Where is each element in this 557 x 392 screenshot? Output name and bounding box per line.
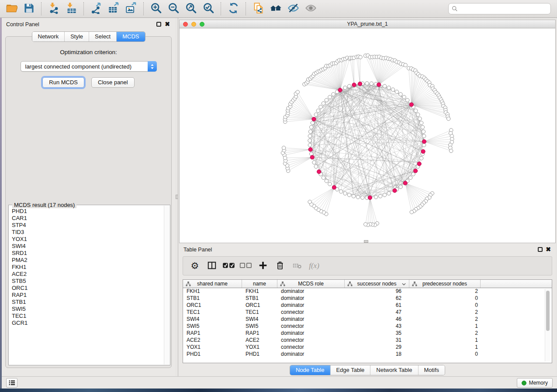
zoom-out-button[interactable] xyxy=(166,1,181,16)
table-tab-node-table[interactable]: Node Table xyxy=(290,365,330,375)
first-neighbors-button[interactable] xyxy=(268,1,284,16)
cell-name[interactable]: ACE2 xyxy=(242,337,277,344)
clone-network-button[interactable] xyxy=(250,1,266,16)
cell-predecessor-nodes[interactable]: 1 xyxy=(409,344,481,351)
column-header-shared-name[interactable]: shared name xyxy=(183,280,242,288)
cell-MCDS-role[interactable]: connector xyxy=(277,309,345,316)
deselect-all-checkboxes-button[interactable] xyxy=(239,259,253,272)
cell-successor-nodes[interactable]: 46 xyxy=(345,316,409,323)
cell-name[interactable]: ORC1 xyxy=(242,302,277,309)
import-table-button[interactable] xyxy=(63,1,79,16)
cell-shared-name[interactable]: FKH1 xyxy=(183,288,242,295)
zoom-in-button[interactable] xyxy=(148,1,164,16)
zoom-selected-button[interactable] xyxy=(201,1,216,16)
horizontal-splitter-grip[interactable] xyxy=(364,240,368,243)
cell-shared-name[interactable]: SWI4 xyxy=(183,316,242,323)
column-header-name[interactable]: name xyxy=(242,280,277,288)
cell-MCDS-role[interactable]: connector xyxy=(277,344,345,351)
export-image-button[interactable] xyxy=(123,1,139,16)
cell-predecessor-nodes[interactable]: 0 xyxy=(409,351,481,358)
hide-selected-button[interactable] xyxy=(285,1,301,16)
tab-style[interactable]: Style xyxy=(64,32,89,41)
settings-gear-button[interactable]: ⚙ xyxy=(188,259,201,272)
column-layout-button[interactable] xyxy=(205,259,218,272)
show-all-button[interactable] xyxy=(303,1,318,16)
search-input[interactable] xyxy=(448,3,551,14)
table-row-RAP1[interactable]: RAP1RAP1dominator352 xyxy=(183,330,552,337)
memory-button[interactable]: Memory xyxy=(517,378,553,388)
cell-shared-name[interactable]: RAP1 xyxy=(183,330,242,337)
task-history-button[interactable] xyxy=(6,378,17,388)
table-row-PHD1[interactable]: PHD1PHD1dominator180 xyxy=(183,351,552,358)
column-header-MCDS-role[interactable]: MCDS role xyxy=(277,280,345,288)
float-table-panel-icon[interactable] xyxy=(538,247,543,252)
cell-name[interactable]: SWI5 xyxy=(242,323,277,330)
vertical-splitter[interactable] xyxy=(175,18,179,376)
cell-shared-name[interactable]: YOX1 xyxy=(183,344,242,351)
cell-predecessor-nodes[interactable]: 0 xyxy=(409,295,481,302)
cell-successor-nodes[interactable]: 61 xyxy=(345,302,409,309)
table-row-SWI4[interactable]: SWI4SWI4dominator462 xyxy=(183,316,552,323)
cell-name[interactable]: FKH1 xyxy=(242,288,277,295)
cell-name[interactable]: RAP1 xyxy=(242,330,277,337)
table-row-YOX1[interactable]: YOX1YOX1connector291 xyxy=(183,344,552,351)
column-header-successor-nodes[interactable]: successor nodes xyxy=(345,280,409,288)
cell-predecessor-nodes[interactable]: 2 xyxy=(409,288,481,295)
add-button[interactable] xyxy=(256,259,270,272)
tab-network[interactable]: Network xyxy=(32,32,64,41)
cell-MCDS-role[interactable]: connector xyxy=(277,323,345,330)
mcds-list-scrollbar[interactable] xyxy=(164,206,170,364)
close-table-panel-icon[interactable]: ✖ xyxy=(546,246,551,253)
cell-MCDS-role[interactable]: dominator xyxy=(277,302,345,309)
tab-select[interactable]: Select xyxy=(89,32,116,41)
open-session-button[interactable] xyxy=(3,1,19,16)
table-tab-edge-table[interactable]: Edge Table xyxy=(330,365,370,375)
cell-name[interactable]: PHD1 xyxy=(242,351,277,358)
tab-mcds[interactable]: MCDS xyxy=(116,32,145,41)
criterion-dropdown[interactable]: largest connected component (undirected) xyxy=(21,61,157,72)
cell-successor-nodes[interactable]: 96 xyxy=(345,288,409,295)
cell-name[interactable]: STB1 xyxy=(242,295,277,302)
cell-shared-name[interactable]: ACE2 xyxy=(183,337,242,344)
close-panel-button[interactable]: Close panel xyxy=(91,77,135,88)
cell-shared-name[interactable]: SWI5 xyxy=(183,323,242,330)
save-session-button[interactable] xyxy=(21,1,37,16)
close-panel-icon[interactable]: ✖ xyxy=(165,21,170,28)
select-all-checkboxes-button[interactable] xyxy=(222,259,235,272)
table-scrollbar-thumb[interactable] xyxy=(546,291,550,331)
cell-predecessor-nodes[interactable]: 2 xyxy=(409,316,481,323)
cell-name[interactable]: TEC1 xyxy=(242,309,277,316)
cell-predecessor-nodes[interactable]: 2 xyxy=(409,309,481,316)
table-row-STB1[interactable]: STB1STB1dominator620 xyxy=(183,295,552,302)
mcds-result-list[interactable]: PHD1CAR1STP4TID3YOX1SWI4SRD1PMA2FKH1ACE2… xyxy=(9,206,164,364)
table-tab-network-table[interactable]: Network Table xyxy=(370,365,418,375)
table-scrollbar[interactable] xyxy=(545,289,550,361)
cell-shared-name[interactable]: STB1 xyxy=(183,295,242,302)
float-window-icon[interactable] xyxy=(156,22,161,27)
table-tab-motifs[interactable]: Motifs xyxy=(418,365,445,375)
cell-name[interactable]: YOX1 xyxy=(242,344,277,351)
table-row-FKH1[interactable]: FKH1FKH1dominator962 xyxy=(183,288,552,295)
delete-button[interactable] xyxy=(273,259,287,272)
table-row-TEC1[interactable]: TEC1TEC1connector472 xyxy=(183,309,552,316)
table-row-ORC1[interactable]: ORC1ORC1dominator610 xyxy=(183,302,552,309)
refresh-button[interactable] xyxy=(225,1,241,16)
cell-successor-nodes[interactable]: 31 xyxy=(345,337,409,344)
cell-predecessor-nodes[interactable]: 1 xyxy=(409,337,481,344)
run-mcds-button[interactable]: Run MCDS xyxy=(42,77,84,88)
network-canvas[interactable] xyxy=(180,28,555,243)
cell-successor-nodes[interactable]: 29 xyxy=(345,344,409,351)
export-table-button[interactable] xyxy=(106,1,121,16)
cell-successor-nodes[interactable]: 35 xyxy=(345,330,409,337)
cell-MCDS-role[interactable]: dominator xyxy=(277,288,345,295)
cell-successor-nodes[interactable]: 43 xyxy=(345,323,409,330)
zoom-fit-button[interactable] xyxy=(183,1,199,16)
cell-successor-nodes[interactable]: 62 xyxy=(345,295,409,302)
cell-MCDS-role[interactable]: dominator xyxy=(277,295,345,302)
cell-successor-nodes[interactable]: 47 xyxy=(345,309,409,316)
cell-shared-name[interactable]: ORC1 xyxy=(183,302,242,309)
splitter-grip[interactable] xyxy=(176,195,178,199)
cell-predecessor-nodes[interactable]: 0 xyxy=(409,302,481,309)
table-row-SWI5[interactable]: SWI5SWI5connector431 xyxy=(183,323,552,330)
cell-MCDS-role[interactable]: dominator xyxy=(277,316,345,323)
